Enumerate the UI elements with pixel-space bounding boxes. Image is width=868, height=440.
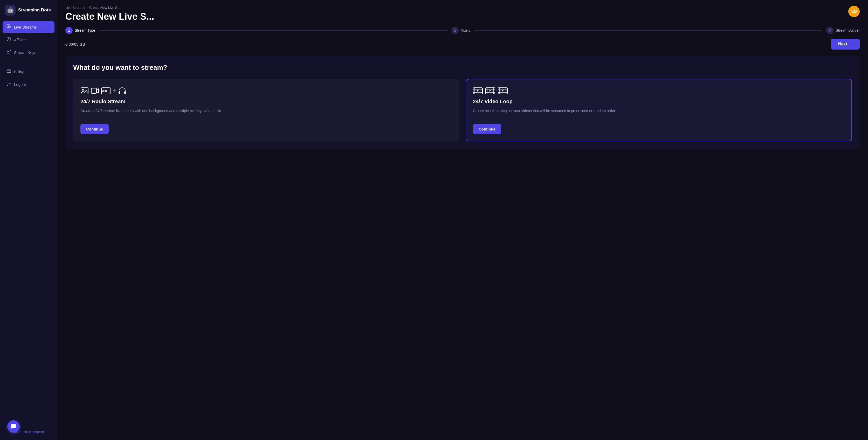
breadcrumb: Live Streams › Create New Live S... <box>65 6 848 9</box>
svg-marker-27 <box>477 90 479 92</box>
video-loop-desc: Create an infinite loop of your videos t… <box>473 108 845 114</box>
breadcrumb-separator: › <box>87 6 88 9</box>
video-loop-card[interactable]: 24/7 Video Loop Create an infinite loop … <box>466 79 852 142</box>
chat-bubble[interactable] <box>7 420 20 433</box>
stream-keys-icon <box>6 50 11 56</box>
step-circle-3: 3 <box>826 27 834 34</box>
step-3: 3 Stream Builder <box>826 27 860 34</box>
breadcrumb-parent: Live Streams <box>65 6 85 9</box>
step-label-1: Stream Type <box>75 28 95 32</box>
sidebar-divider <box>5 62 52 62</box>
image-icon <box>81 87 89 95</box>
sidebar-nav: Live Streams $ Affiliate Stream Keys Bil… <box>0 21 57 426</box>
svg-rect-14 <box>81 88 88 94</box>
radio-stream-icons: GIF + <box>81 87 452 95</box>
sidebar: 🤖 Streaming Bots Live Streams $ Affiliat… <box>0 0 57 440</box>
video-loop-title: 24/7 Video Loop <box>473 99 845 104</box>
svg-line-9 <box>10 50 11 51</box>
svg-rect-16 <box>91 88 96 93</box>
svg-point-7 <box>7 52 9 54</box>
video-loop-icons <box>473 87 845 95</box>
sidebar-item-stream-keys[interactable]: Stream Keys <box>3 47 55 58</box>
affiliate-icon: $ <box>6 37 11 43</box>
svg-rect-11 <box>7 70 11 73</box>
radio-stream-desc: Create a 24/7 custom live stream with on… <box>81 108 452 114</box>
headphones-icon <box>118 87 126 95</box>
avatar: SB <box>848 6 860 17</box>
app-name: Streaming Bots <box>18 7 51 13</box>
svg-marker-39 <box>502 90 504 92</box>
svg-text:GIF: GIF <box>102 90 107 93</box>
gif-icon: GIF <box>101 87 111 95</box>
chat-icon <box>10 423 17 430</box>
step-label-3: Stream Builder <box>836 28 860 32</box>
svg-line-10 <box>9 51 10 51</box>
page-title: Create New Live S... <box>65 11 848 22</box>
svg-text:$: $ <box>8 38 9 40</box>
svg-rect-21 <box>124 91 126 94</box>
next-button[interactable]: Next → <box>831 39 860 50</box>
billing-icon <box>6 69 11 75</box>
stepper: 1 Stream Type 2 Music 3 Stream Builder <box>65 27 860 34</box>
radio-stream-card[interactable]: GIF + 24/7 Radio Stream Create a 24/7 cu… <box>73 79 459 142</box>
video-loop-continue-button[interactable]: Continue <box>473 124 501 134</box>
step-line-2 <box>474 30 823 31</box>
header-left: Live Streams › Create New Live S... Crea… <box>65 6 848 22</box>
svg-marker-17 <box>96 89 99 93</box>
svg-point-15 <box>82 89 84 91</box>
sidebar-item-billing[interactable]: Billing <box>3 66 55 77</box>
step-circle-1: 1 <box>65 27 73 34</box>
svg-marker-33 <box>490 90 492 92</box>
logout-icon <box>6 82 11 88</box>
sidebar-item-live-streams[interactable]: Live Streams <box>3 21 55 33</box>
storage-info: 0.00/65 GB <box>65 42 85 46</box>
action-row: 0.00/65 GB Next → <box>65 39 860 50</box>
app-logo: 🤖 Streaming Bots <box>0 0 57 21</box>
logo-icon: 🤖 <box>5 5 16 15</box>
card-question: What do you want to stream? <box>73 64 852 72</box>
sidebar-label-logout: Logout <box>14 82 26 87</box>
video-icon <box>91 87 99 95</box>
page-header: Live Streams › Create New Live S... Crea… <box>65 6 860 22</box>
cards-row: GIF + 24/7 Radio Stream Create a 24/7 cu… <box>73 79 852 142</box>
step-circle-2: 2 <box>452 27 459 34</box>
card-section: What do you want to stream? <box>65 56 860 149</box>
sidebar-label-stream-keys: Stream Keys <box>14 50 36 55</box>
sidebar-item-affiliate[interactable]: $ Affiliate <box>3 34 55 46</box>
sidebar-label-affiliate: Affiliate <box>14 38 27 42</box>
sidebar-label-billing: Billing <box>14 69 24 74</box>
step-1: 1 Stream Type <box>65 27 95 34</box>
step-line-1 <box>99 30 447 31</box>
radio-stream-title: 24/7 Radio Stream <box>81 99 452 104</box>
video-reel-icon-2 <box>485 87 495 95</box>
radio-stream-continue-button[interactable]: Continue <box>81 124 109 134</box>
sidebar-label-live-streams: Live Streams <box>14 25 37 29</box>
video-reel-icon-1 <box>473 87 483 95</box>
video-reel-icon-3 <box>498 87 508 95</box>
main-content: Live Streams › Create New Live S... Crea… <box>57 0 868 440</box>
breadcrumb-current: Create New Live S... <box>89 6 120 9</box>
sidebar-item-logout[interactable]: Logout <box>3 78 55 90</box>
step-label-2: Music <box>461 28 470 32</box>
plus-icon: + <box>113 88 116 94</box>
step-2: 2 Music <box>452 27 470 34</box>
svg-rect-20 <box>119 91 120 94</box>
svg-marker-1 <box>8 25 10 27</box>
live-streams-icon <box>6 24 11 30</box>
